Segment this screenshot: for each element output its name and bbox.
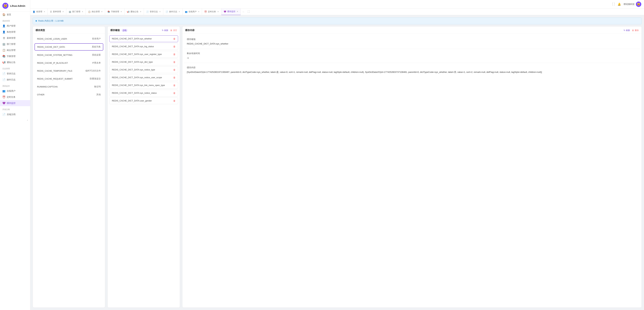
cache-key-sys-whether[interactable]: REDIS_CACHE_DICT_DATA:sys_whether 🗑 — [109, 35, 178, 42]
tab-menu[interactable]: ☰ 菜单管理 ✕ — [48, 9, 66, 15]
cache-type-dict-data[interactable]: REDIS_CACHE_DICT_DATA: 系统字典 — [34, 43, 103, 51]
delete-sys-dict-type-button[interactable]: 🗑 — [173, 61, 176, 63]
cache-key-sys-notice-status[interactable]: REDIS_CACHE_DICT_DATA:sys_notice_status … — [109, 90, 178, 96]
backend-docs-icon: 📄 — [2, 113, 6, 116]
delete-sys-notice-status-button[interactable]: 🗑 — [173, 92, 176, 94]
delete-sys-notice-type-button[interactable]: 🗑 — [173, 69, 176, 71]
tab-cache-monitor-close[interactable]: ✕ — [237, 11, 238, 13]
collapse-icon: ‹ — [27, 119, 28, 121]
tab-op-log-close[interactable]: ✕ — [178, 11, 180, 13]
sidebar-item-post-mgmt[interactable]: 📋 岗位管理 — [0, 47, 30, 53]
cache-content-delete-button[interactable]: 🗑 删除 — [632, 29, 639, 32]
tab-dict[interactable]: 📚 字典管理 ✕ — [105, 9, 124, 15]
sidebar-item-user-mgmt[interactable]: 👤 用户管理 — [0, 23, 30, 29]
sidebar-item-home[interactable]: 🏠 首页 — [0, 12, 30, 18]
cache-content-data-label: 缓存内容 — [187, 66, 637, 69]
sidebar-item-login-log[interactable]: 📄 登录日志 — [0, 71, 30, 77]
tab-login-log-close[interactable]: ✕ — [159, 11, 161, 13]
tab-online-user[interactable]: 👥 在线用户 ✕ — [182, 9, 202, 15]
cache-type-request-submit[interactable]: REDIS_CACHE_REQUEST_SUBMIT: 防重复提交 — [34, 75, 103, 82]
sidebar-item-backend-docs[interactable]: 📄 后端文档 — [0, 111, 30, 118]
cache-key-sys-link-menu-open-type[interactable]: REDIS_CACHE_DICT_DATA:sys_link_menu_open… — [109, 82, 178, 89]
delete-sys-user-register-type-button[interactable]: 🗑 — [173, 53, 176, 56]
sidebar-item-menu-mgmt[interactable]: ☰ 菜单管理 — [0, 35, 30, 41]
delete-sys-log-status-button[interactable]: 🗑 — [173, 45, 176, 48]
info-dot — [36, 20, 37, 22]
cache-key-user-gender[interactable]: REDIS_CACHE_DICT_DATA:user_gender 🗑 — [109, 97, 178, 104]
tab-notice[interactable]: 📢 通知公告 ✕ — [124, 9, 144, 15]
tab-op-log[interactable]: 📄 操作日志 ✕ — [163, 9, 182, 15]
tab-role-close[interactable]: ✕ — [44, 11, 45, 13]
sidebar-item-cache-monitor-label: 缓存监控 — [7, 102, 16, 105]
tab-online-user-label: 在线用户 — [188, 10, 196, 13]
delete-sys-notice-user-scope-button[interactable]: 🗑 — [173, 76, 176, 79]
tab-post-close[interactable]: ✕ — [101, 11, 102, 13]
cache-content-actions: ↻ 刷新 🗑 删除 — [624, 29, 639, 32]
sidebar-item-cache-monitor[interactable]: 💜 缓存监控 — [0, 100, 30, 106]
cache-keys-refresh-button[interactable]: ↻ 刷新 — [162, 29, 168, 32]
cache-type-captcha[interactable]: RUNNING:CAPTCHA: 验证码 — [34, 83, 103, 90]
tab-notice-close[interactable]: ✕ — [140, 11, 141, 13]
sidebar-item-dict-mgmt[interactable]: 📚 字典管理 — [0, 53, 30, 59]
cache-type-ip-blacklist[interactable]: REDIS_CACHE_IP_BLACKLIST: IP黑名单 — [34, 60, 103, 66]
cache-key-sys-user-register-type[interactable]: REDIS_CACHE_DICT_DATA:sys_user_register_… — [109, 51, 178, 58]
tab-menu-close[interactable]: ✕ — [62, 11, 64, 13]
tab-notice-icon: 📢 — [127, 11, 129, 13]
tab-login-log-label: 登录日志 — [150, 10, 158, 13]
tab-scheduled-task[interactable]: ⏰ 定时任务 ✕ — [202, 9, 221, 15]
tab-dept-icon: 🏢 — [69, 11, 71, 13]
sidebar-item-op-log[interactable]: 📄 操作日志 — [0, 77, 30, 83]
cache-key-sys-log-status[interactable]: REDIS_CACHE_DICT_DATA:sys_log_status 🗑 — [109, 43, 178, 50]
user-company: 狸花猫科技 — [624, 3, 634, 6]
login-log-icon: 📄 — [2, 72, 6, 75]
sidebar-item-dept-mgmt[interactable]: 🏢 部门管理 — [0, 41, 30, 47]
tab-dept-close[interactable]: ✕ — [82, 11, 83, 13]
sidebar-item-scheduled-task[interactable]: ⏰ 定时任务 — [0, 94, 30, 100]
tab-dict-close[interactable]: ✕ — [120, 11, 122, 13]
cache-key-sys-notice-type[interactable]: REDIS_CACHE_DICT_DATA:sys_notice_type 🗑 — [109, 66, 178, 73]
notification-icon[interactable]: 🔔 — [618, 3, 621, 6]
section-label-log: 日志管理 — [0, 65, 30, 71]
tab-dept[interactable]: 🏢 部门管理 ✕ — [66, 9, 86, 15]
cache-content-title: 缓存内容 — [185, 29, 194, 32]
role-icon: 👤 — [2, 31, 6, 34]
tab-post[interactable]: 📋 岗位管理 ✕ — [86, 9, 105, 15]
cache-type-login-user[interactable]: REDIS_CACHE_LOGIN_USER: 登录用户 — [34, 35, 103, 42]
sidebar-item-op-log-label: 操作日志 — [7, 78, 16, 81]
cache-content-refresh-button[interactable]: ↻ 刷新 — [624, 29, 630, 32]
tab-login-log[interactable]: 📄 登录日志 ✕ — [144, 9, 163, 15]
sidebar-item-menu-mgmt-label: 菜单管理 — [7, 37, 16, 40]
delete-user-gender-button[interactable]: 🗑 — [173, 100, 176, 102]
content-delete-icon: 🗑 — [632, 29, 634, 32]
delete-sys-link-menu-open-type-button[interactable]: 🗑 — [173, 84, 176, 87]
cache-key-sys-dict-type[interactable]: REDIS_CACHE_DICT_DATA:sys_dict_type 🗑 — [109, 59, 178, 65]
fullscreen-icon[interactable]: ⛶ — [612, 3, 615, 6]
cache-keys-clear-button[interactable]: 🗑 清空 — [170, 29, 177, 32]
cache-key-sys-notice-user-scope[interactable]: REDIS_CACHE_DICT_DATA:sys_notice_user_sc… — [109, 74, 178, 81]
tab-scheduled-task-label: 定时任务 — [208, 10, 216, 13]
cache-type-system-setting[interactable]: REDIS_CACHE_SYSTEM_SETTING: 系统设置 — [34, 52, 103, 59]
sidebar-collapse-button[interactable]: ‹ — [0, 118, 30, 123]
clear-icon: 🗑 — [170, 29, 172, 32]
cache-type-other[interactable]: OTHER 其他 — [34, 91, 103, 98]
tab-online-user-close[interactable]: ✕ — [198, 11, 200, 13]
cache-keys-title: 缓存键值 (13) — [110, 29, 128, 32]
sidebar-item-online-user-label: 在线用户 — [7, 90, 16, 93]
sidebar-item-role-mgmt-label: 角色管理 — [7, 31, 16, 34]
tab-post-label: 岗位管理 — [92, 10, 100, 13]
cache-type-temp-file[interactable]: REDIS_CACHE_TEMPORARY_FILE: 临时可访问文件 — [34, 67, 103, 74]
sidebar-item-notice-mgmt[interactable]: 📢 通知公告 — [0, 59, 30, 65]
tab-scheduled-task-close[interactable]: ✕ — [217, 11, 219, 13]
tab-login-log-icon: 📄 — [146, 11, 149, 13]
sidebar-item-role-mgmt[interactable]: 👤 角色管理 — [0, 29, 30, 35]
tab-role[interactable]: 👤 色管理 ✕ — [30, 9, 48, 15]
tab-more-button[interactable]: ··· — [241, 9, 246, 15]
cache-content-data-value: [SysDictDataVO(id=1774252801971306497, p… — [187, 71, 637, 74]
cache-types-title: 缓存类型 — [36, 29, 45, 32]
sidebar-item-backend-docs-label: 后端文档 — [7, 113, 16, 116]
delete-sys-whether-button[interactable]: 🗑 — [173, 38, 176, 40]
sidebar-item-online-user[interactable]: 👥 在线用户 — [0, 88, 30, 94]
online-user-icon: 👥 — [2, 90, 6, 93]
tab-expand-button[interactable]: ⛶ — [246, 9, 252, 15]
tab-cache-monitor[interactable]: 💜 缓存监控 ✕ — [221, 9, 241, 15]
